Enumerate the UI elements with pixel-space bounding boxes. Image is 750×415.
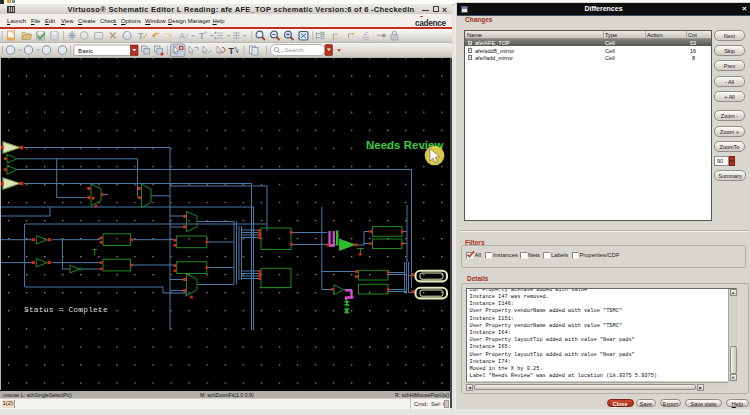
svg-text:T: T <box>229 45 235 55</box>
svg-text:Basic: Basic <box>78 46 93 53</box>
svg-text:Status = Complete: Status = Complete <box>24 305 108 314</box>
svg-text:T: T <box>138 31 144 41</box>
svg-text:Search: Search <box>285 47 304 53</box>
svg-text:A: A <box>179 31 185 41</box>
